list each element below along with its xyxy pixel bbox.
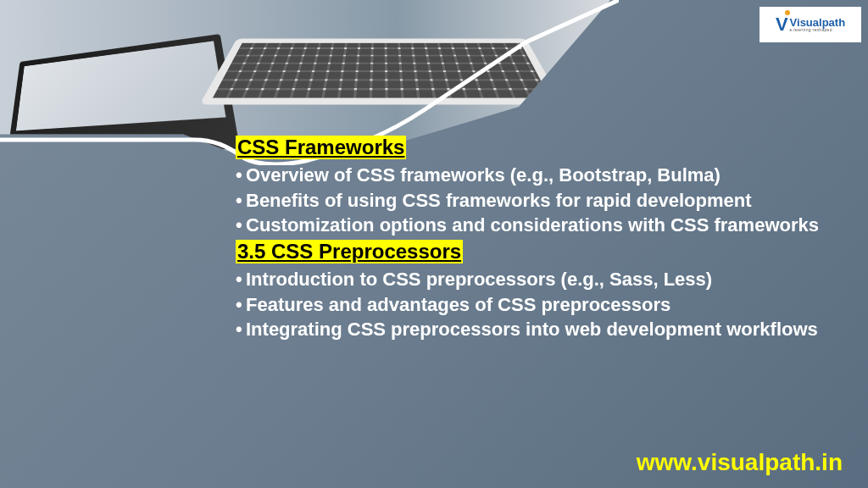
slide-content: CSS Frameworks Overview of CSS framework…: [236, 136, 829, 342]
frameworks-bullet-list: Overview of CSS frameworks (e.g., Bootst…: [236, 163, 829, 238]
section-heading-preprocessors: 3.5 CSS Preprocessors: [236, 240, 463, 263]
header-image-container: [0, 0, 610, 152]
list-item: Customization options and considerations…: [236, 213, 829, 238]
list-item: Introduction to CSS preprocessors (e.g.,…: [236, 267, 829, 292]
list-item: Benefits of using CSS frameworks for rap…: [236, 188, 829, 214]
list-item: Integrating CSS preprocessors into web d…: [236, 317, 829, 342]
logo-text-group: Visualpath e-learning reshaped: [790, 17, 846, 32]
footer-website-url: www.visualpath.in: [637, 449, 843, 476]
list-item: Overview of CSS frameworks (e.g., Bootst…: [236, 163, 829, 188]
header-decorative-image: [0, 0, 610, 152]
preprocessors-bullet-list: Introduction to CSS preprocessors (e.g.,…: [236, 267, 829, 342]
section-heading-frameworks: CSS Frameworks: [236, 136, 406, 159]
keyboard-keys-graphic: [213, 43, 550, 98]
brand-logo: V Visualpath e-learning reshaped: [760, 7, 861, 42]
logo-mark-icon: V: [776, 14, 788, 36]
logo-content: V Visualpath e-learning reshaped: [776, 14, 845, 36]
laptop-screen-graphic: [16, 41, 226, 130]
list-item: Features and advantages of CSS preproces…: [236, 292, 829, 318]
keyboard-graphic: [199, 38, 563, 104]
logo-tagline: e-learning reshaped: [790, 28, 846, 32]
